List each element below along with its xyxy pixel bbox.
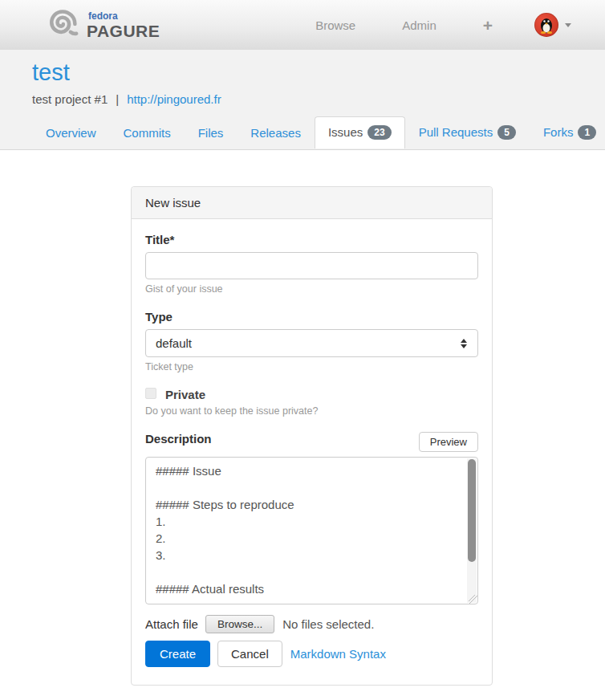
card-title: New issue xyxy=(132,187,492,219)
preview-button[interactable]: Preview xyxy=(419,432,478,452)
project-subtitle: test project #1 | http://pingoured.fr xyxy=(32,92,573,106)
attach-file-label: Attach file xyxy=(145,617,198,631)
avatar[interactable] xyxy=(534,13,558,37)
project-url-link[interactable]: http://pingoured.fr xyxy=(127,92,221,106)
project-header: test test project #1 | http://pingoured.… xyxy=(0,50,605,150)
attach-file-row: Attach file Browse... No files selected. xyxy=(145,615,478,633)
textarea-scrollbar[interactable] xyxy=(467,458,477,603)
textarea-resize-handle[interactable] xyxy=(469,595,477,604)
issue-title-input[interactable] xyxy=(145,252,478,279)
type-group: Type default Ticket type xyxy=(145,310,478,372)
pull-requests-count-badge: 5 xyxy=(497,125,516,140)
issues-count-badge: 23 xyxy=(367,125,391,140)
tab-issues[interactable]: Issues23 xyxy=(315,116,405,149)
title-group: Title* Gist of your issue xyxy=(145,233,478,295)
new-issue-card: New issue Title* Gist of your issue Type… xyxy=(131,186,493,686)
create-button[interactable]: Create xyxy=(145,641,210,667)
top-navbar: fedora PAGURE Browse Admin + xyxy=(0,0,605,50)
markdown-syntax-link[interactable]: Markdown Syntax xyxy=(290,647,386,661)
snail-logo-icon xyxy=(44,7,79,43)
fedora-wordmark: fedora xyxy=(88,11,160,21)
type-help-text: Ticket type xyxy=(145,361,478,372)
nav-admin-link[interactable]: Admin xyxy=(402,10,436,40)
tab-pull-requests-label: Pull Requests xyxy=(419,125,493,139)
type-label: Type xyxy=(145,310,478,324)
tux-penguin-icon xyxy=(538,16,554,34)
nav-browse-link[interactable]: Browse xyxy=(315,10,355,40)
private-label: Private xyxy=(165,388,205,401)
browse-button[interactable]: Browse... xyxy=(205,615,274,633)
tab-commits[interactable]: Commits xyxy=(110,117,185,149)
private-checkbox[interactable] xyxy=(145,388,156,399)
file-selection-status: No files selected. xyxy=(282,617,374,631)
new-project-plus-icon[interactable]: + xyxy=(483,17,493,34)
tab-issues-label: Issues xyxy=(328,125,363,139)
navbar-links: Browse Admin + xyxy=(315,10,571,40)
project-description: test project #1 xyxy=(32,92,108,106)
form-actions: Create Cancel Markdown Syntax xyxy=(145,641,478,667)
new-issue-form: Title* Gist of your issue Type default T… xyxy=(132,219,492,685)
description-textarea[interactable]: ##### Issue ##### Steps to reproduce 1. … xyxy=(145,457,478,604)
tab-forks[interactable]: Forks1 xyxy=(530,116,605,149)
project-tabs: Overview Commits Files Releases Issues23… xyxy=(32,116,573,148)
brand-text: fedora PAGURE xyxy=(87,11,160,39)
pagure-brand[interactable]: fedora PAGURE xyxy=(44,7,160,43)
user-menu[interactable] xyxy=(534,13,571,37)
textarea-scrollbar-thumb[interactable] xyxy=(468,459,476,562)
tab-files[interactable]: Files xyxy=(185,117,238,149)
private-help-text: Do you want to keep the issue private? xyxy=(145,405,478,417)
page-title: test xyxy=(32,59,573,85)
tab-overview[interactable]: Overview xyxy=(32,117,110,149)
pagure-wordmark: PAGURE xyxy=(87,22,160,39)
description-label: Description xyxy=(145,432,212,446)
issue-type-select[interactable]: default xyxy=(145,329,478,357)
description-group: Description Preview ##### Issue ##### St… xyxy=(145,432,478,604)
title-help-text: Gist of your issue xyxy=(145,283,478,295)
forks-count-badge: 1 xyxy=(578,125,596,140)
tab-forks-label: Forks xyxy=(543,125,574,139)
private-group: Private Do you want to keep the issue pr… xyxy=(145,388,478,417)
chevron-down-icon[interactable] xyxy=(565,23,571,27)
title-label: Title* xyxy=(145,233,478,246)
cancel-button[interactable]: Cancel xyxy=(217,641,282,667)
tab-releases[interactable]: Releases xyxy=(237,117,315,149)
tab-pull-requests[interactable]: Pull Requests5 xyxy=(405,116,530,149)
subtitle-separator: | xyxy=(116,92,119,106)
